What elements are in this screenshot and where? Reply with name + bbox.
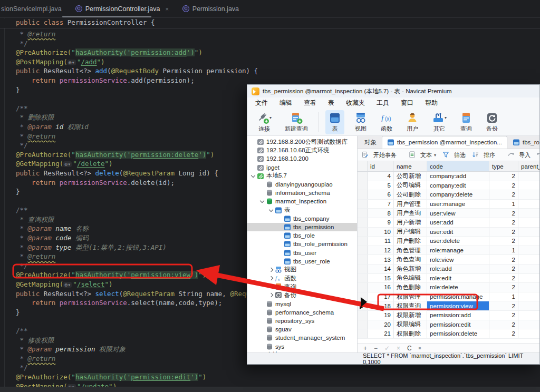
grid-cell[interactable]: 用户新增 bbox=[394, 218, 427, 227]
selected-cell[interactable]: permission:view bbox=[427, 301, 489, 310]
grid-cell[interactable]: 权限新增 bbox=[394, 311, 427, 320]
grid-cell[interactable]: role:edit bbox=[427, 274, 489, 283]
row-gutter[interactable] bbox=[358, 283, 368, 292]
tree-item-sguav[interactable]: sguav bbox=[247, 325, 357, 334]
grid-cell[interactable] bbox=[518, 172, 539, 181]
toolbar-query[interactable]: 查询 bbox=[457, 110, 476, 134]
tree-item-tbs_role_permission[interactable]: tbs_role_permission bbox=[247, 240, 357, 248]
grid-cell[interactable]: permission:edit bbox=[427, 320, 489, 329]
grid-cell[interactable]: 10 bbox=[368, 228, 394, 237]
grid-cell[interactable]: 权限编辑 bbox=[394, 320, 427, 329]
grid-cell[interactable]: 14 bbox=[368, 264, 394, 273]
grid-cell[interactable] bbox=[518, 190, 539, 199]
row-gutter[interactable] bbox=[358, 246, 368, 255]
grid-cell[interactable]: 用户删除 bbox=[394, 237, 427, 246]
toolbar-user[interactable]: 用户 bbox=[403, 110, 422, 134]
object-tab[interactable]: tbs_role @ma bbox=[507, 136, 539, 149]
row-gutter[interactable] bbox=[358, 292, 368, 301]
menu-编辑[interactable]: 编辑 bbox=[274, 99, 298, 107]
table-row[interactable]: 9用户新增user:add2 bbox=[358, 218, 539, 228]
ide-tab[interactable]: CPermissionController.java× bbox=[69, 0, 176, 17]
row-gutter[interactable] bbox=[358, 237, 368, 246]
grid-cell[interactable]: user:edit bbox=[427, 228, 489, 237]
grid-cell[interactable]: 权限管理 bbox=[394, 292, 427, 301]
tree-item-tbs_role[interactable]: tbs_role bbox=[247, 231, 357, 240]
grid-cell[interactable]: role:manage bbox=[427, 246, 489, 255]
delete-record-icon[interactable]: − bbox=[374, 345, 378, 351]
grid-cell[interactable] bbox=[518, 320, 539, 329]
grid-cell[interactable]: permission:manage bbox=[427, 292, 489, 301]
chevron-right-icon[interactable] bbox=[268, 292, 274, 298]
grid-cell[interactable] bbox=[518, 292, 539, 301]
code-link[interactable]: /add bbox=[81, 58, 97, 66]
grid-cell[interactable] bbox=[518, 274, 539, 283]
grid-cell[interactable]: permission:delete bbox=[427, 329, 489, 338]
grid-cell[interactable]: 1 bbox=[489, 292, 518, 301]
table-row[interactable]: 10用户编辑user:edit2 bbox=[358, 228, 539, 237]
row-gutter[interactable] bbox=[358, 311, 368, 320]
column-header-id[interactable]: id bbox=[368, 161, 394, 171]
menu-帮助[interactable]: 帮助 bbox=[419, 99, 443, 107]
menu-工具[interactable]: 工具 bbox=[371, 99, 395, 107]
table-row[interactable]: 14角色新增role:add2 bbox=[358, 264, 539, 274]
table-row[interactable]: 16角色删除role:delete2 bbox=[358, 283, 539, 292]
chevron-down-icon[interactable] bbox=[259, 199, 265, 204]
menu-文件[interactable]: 文件 bbox=[249, 99, 274, 107]
object-tab[interactable]: 对象 bbox=[359, 136, 382, 149]
refresh-icon[interactable]: C bbox=[407, 345, 412, 351]
row-gutter[interactable] bbox=[358, 255, 368, 264]
menu-查看[interactable]: 查看 bbox=[298, 99, 322, 107]
grid-cell[interactable]: user:view bbox=[427, 209, 489, 218]
grid-cell[interactable] bbox=[518, 200, 539, 209]
toolbar-backup[interactable]: 备份 bbox=[483, 110, 502, 134]
grid-cell[interactable] bbox=[518, 181, 539, 190]
grid-cell[interactable]: 权限查询 bbox=[394, 301, 427, 310]
grid-cell[interactable] bbox=[518, 329, 539, 338]
toolbar-view[interactable]: 视图 bbox=[351, 110, 370, 134]
grid-cell[interactable]: 公司新增 bbox=[394, 172, 427, 181]
grid-cell[interactable]: 权限删除 bbox=[394, 329, 427, 338]
grid-cell[interactable]: company:edit bbox=[427, 181, 489, 190]
navicat-title-bar[interactable]: tbs_permission @marmot_inspection (本地5.7… bbox=[247, 85, 539, 97]
row-gutter[interactable] bbox=[358, 200, 368, 209]
grid-cell[interactable]: 6 bbox=[368, 190, 394, 199]
tree-item-sys[interactable]: sys bbox=[247, 342, 357, 351]
grid-cell[interactable]: 19 bbox=[368, 311, 394, 320]
menu-表[interactable]: 表 bbox=[322, 99, 340, 107]
grid-cell[interactable]: company:add bbox=[427, 172, 489, 181]
chevron-down-icon[interactable] bbox=[250, 173, 256, 179]
grid-cell[interactable]: role:add bbox=[427, 264, 489, 273]
grid-cell[interactable] bbox=[518, 311, 539, 320]
row-gutter[interactable] bbox=[358, 209, 368, 218]
tree-item-ipget[interactable]: ipget bbox=[247, 163, 357, 172]
tree-item-192.168.10.200[interactable]: 192.168.10.200 bbox=[247, 154, 357, 163]
tree-item-marmot_inspection[interactable]: marmot_inspection bbox=[247, 197, 357, 205]
tab-scrollbar[interactable] bbox=[62, 16, 151, 17]
ide-tab[interactable]: CPermission.java bbox=[176, 0, 246, 17]
grid-cell[interactable]: 8 bbox=[368, 209, 394, 218]
code-link[interactable]: permission:add bbox=[131, 48, 186, 56]
row-gutter[interactable] bbox=[358, 329, 368, 338]
gridbar-import[interactable]: 导入 bbox=[507, 151, 531, 159]
table-row[interactable]: 6公司删除company:delete2 bbox=[358, 190, 539, 200]
grid-cell[interactable]: 2 bbox=[489, 329, 518, 338]
tree-item-192.168.10.68正式环境[interactable]: 192.168.10.68正式环境 bbox=[247, 146, 357, 154]
grid-cell[interactable]: user:manage bbox=[427, 200, 489, 209]
gridbar-transaction[interactable]: 开始事务 bbox=[361, 151, 397, 159]
table-row[interactable]: 21权限删除permission:delete2 bbox=[358, 329, 539, 339]
grid-cell[interactable]: 角色管理 bbox=[394, 246, 427, 255]
tree-item-performance_schema[interactable]: performance_schema bbox=[247, 308, 357, 317]
table-row[interactable]: 17权限管理permission:manage1 bbox=[358, 292, 539, 302]
column-header-type[interactable]: type bbox=[489, 161, 518, 171]
grid-cell[interactable]: 2 bbox=[489, 237, 518, 246]
grid-cell[interactable]: 17 bbox=[368, 292, 394, 301]
stop-icon[interactable]: ■ bbox=[419, 346, 421, 350]
table-row[interactable]: 12角色管理role:manage1 bbox=[358, 246, 539, 256]
grid-cell[interactable]: role:view bbox=[427, 255, 489, 264]
table-row[interactable]: 7用户管理user:manage1 bbox=[358, 200, 539, 209]
grid-cell[interactable]: 2 bbox=[489, 320, 518, 329]
table-row[interactable]: 18权限查询permission:view2 bbox=[358, 301, 539, 311]
grid-cell[interactable]: 12 bbox=[368, 246, 394, 255]
grid-cell[interactable]: 2 bbox=[489, 228, 518, 237]
row-gutter[interactable] bbox=[358, 172, 368, 181]
